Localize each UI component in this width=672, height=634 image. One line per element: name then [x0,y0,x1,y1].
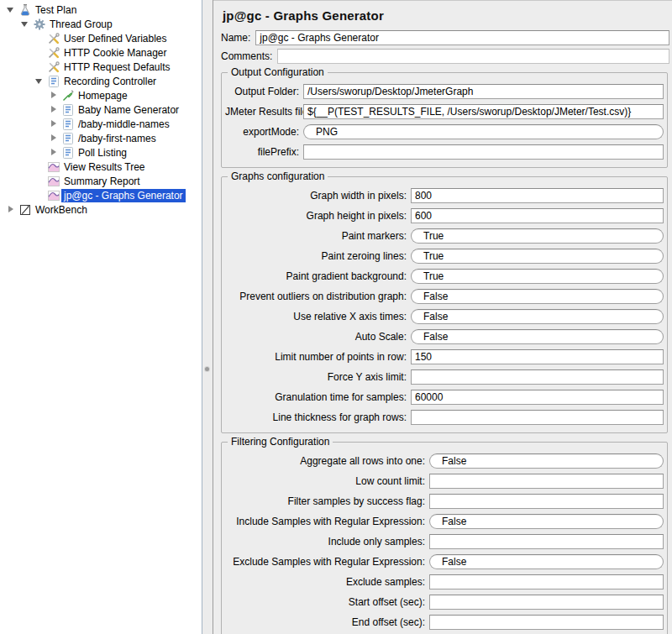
tree-item-jp-gc-graphs-generator[interactable]: jp@gc - Graphs Generator [0,188,202,202]
graph-height-in-pixels-field[interactable] [411,208,664,223]
output-folder-field[interactable] [303,84,664,99]
page-title: jp@gc - Graphs Generator [223,8,669,23]
chevron-right-icon[interactable] [46,88,61,102]
group-output-configuration: Output ConfigurationOutput Folder:JMeter… [221,72,668,168]
tree-item-poll-listing[interactable]: Poll Listing [0,145,202,160]
controller-icon [47,75,60,88]
paint-gradient-background-combo[interactable]: True [411,269,664,284]
form-row-include-samples-with-regular-expression: Include Samples with Regular Expression:… [225,512,664,531]
element-config-panel: jp@gc - Graphs Generator Name: Comments:… [213,0,672,634]
split-pane-divider[interactable] [202,0,213,634]
chevron-right-icon[interactable] [46,102,61,117]
group-filtering-configuration: Filtering ConfigurationAggregate all row… [221,442,668,634]
exportmode-combo[interactable]: PNG [303,124,664,139]
limit-number-of-points-in-row-field[interactable] [411,349,664,364]
paint-zeroing-lines-combo[interactable]: True [411,249,664,264]
comments-field[interactable] [277,49,669,64]
graph-width-in-pixels-field[interactable] [411,188,664,203]
expander-spacer [32,31,47,45]
form-row-paint-gradient-background: Paint gradient background:True [225,267,664,286]
form-row-end-offset-sec: End offset (sec): [225,613,664,631]
chevron-down-icon[interactable] [32,74,47,88]
form-row-line-thickness-for-graph-rows: Line thickness for graph rows: [225,408,664,427]
chevron-right-icon[interactable] [3,202,18,217]
tree-item-homepage[interactable]: Homepage [0,88,202,102]
tree-item-user-defined-variables[interactable]: User Defined Variables [0,31,202,45]
group-title: Graphs configuration [228,170,328,182]
start-offset-sec-field[interactable] [429,595,664,610]
expander-spacer [32,188,47,202]
jmeter-results-file-field[interactable] [303,104,664,119]
chevron-down-icon[interactable] [18,17,33,31]
end-offset-sec-field[interactable] [429,615,664,630]
form-row-output-folder: Output Folder: [225,82,664,101]
field-label: Include only samples: [225,536,429,548]
field-label: Exclude Samples with Regular Expression: [225,556,429,568]
tree-item-baby-first-names[interactable]: /baby-first-names [0,131,202,145]
tree-item-summary-report[interactable]: Summary Report [0,174,202,188]
name-field[interactable] [255,30,669,45]
chevron-right-icon[interactable] [46,117,61,131]
chart-icon [47,160,60,174]
tree-item-workbench[interactable]: WorkBench [0,202,202,217]
chevron-down-icon[interactable] [3,3,18,17]
form-row-exportmode: exportMode:PNG [225,123,664,141]
test-plan-tree: Test PlanThread GroupUser Defined Variab… [0,0,202,634]
tree-item-view-results-tree[interactable]: View Results Tree [0,160,202,174]
use-relative-x-axis-times-combo[interactable]: False [411,309,664,324]
tree-item-test-plan[interactable]: Test Plan [0,3,202,17]
field-label: Prevent outliers on distribution graph: [225,291,411,302]
exclude-samples-with-regular-expression-combo[interactable]: False [429,554,664,569]
tree-item-label: Poll Listing [76,146,129,160]
tree-item-label: Recording Controller [61,75,159,88]
controller-icon [61,132,75,145]
include-samples-with-regular-expression-combo[interactable]: False [429,514,664,529]
tree-item-http-request-defaults[interactable]: HTTP Request Defaults [0,60,202,74]
form-row-filter-samples-by-success-flag: Filter samples by success flag: [225,492,664,511]
config-groups: Output ConfigurationOutput Folder:JMeter… [219,72,669,634]
field-label: Paint markers: [225,230,411,242]
tree-item-label: HTTP Cookie Manager [61,46,170,60]
field-label: Output Folder: [225,86,303,97]
line-thickness-for-graph-rows-field[interactable] [411,410,664,425]
tree-item-label: HTTP Request Defaults [61,60,173,74]
form-row-start-offset-sec: Start offset (sec): [225,593,664,611]
tree-item-baby-middle-names[interactable]: /baby-middle-names [0,117,202,131]
granulation-time-for-samples-field[interactable] [411,390,664,405]
chevron-right-icon[interactable] [46,145,61,160]
low-count-limit-field[interactable] [429,474,664,489]
chevron-right-icon[interactable] [46,131,61,145]
tree-item-recording-controller[interactable]: Recording Controller [0,74,202,88]
chart-icon [47,175,60,188]
field-label: JMeter Results file: [225,106,303,118]
field-label: Low count limit: [225,475,429,487]
group-graphs-configuration: Graphs configurationGraph width in pixel… [221,176,668,433]
form-row-exclude-samples-with-regular-expression: Exclude Samples with Regular Expression:… [225,553,664,571]
tree-item-http-cookie-manager[interactable]: HTTP Cookie Manager [0,45,202,60]
auto-scale-combo[interactable]: False [411,329,664,344]
include-only-samples-field[interactable] [429,534,664,549]
tree-item-label: User Defined Variables [61,32,170,45]
field-label: Graph height in pixels: [225,210,411,222]
field-label: Aggregate all rows into one: [225,455,429,467]
controller-icon [61,118,75,131]
prevent-outliers-on-distribution-graph-combo[interactable]: False [411,289,664,304]
field-label: Exclude samples: [225,576,429,588]
field-label: Include Samples with Regular Expression: [225,516,429,527]
form-row-paint-zeroing-lines: Paint zeroing lines:True [225,247,664,265]
field-label: Graph width in pixels: [225,190,411,202]
tree-item-label: jp@gc - Graphs Generator [61,189,186,202]
tree-item-baby-name-generator[interactable]: Baby Name Generator [0,102,202,117]
field-label: Filter samples by success flag: [225,495,429,507]
paint-markers-combo[interactable]: True [411,228,664,244]
tree-item-thread-group[interactable]: Thread Group [0,17,202,31]
chart-icon [47,189,60,202]
field-label: Use relative X axis times: [225,311,411,322]
crossed-tools-icon [47,60,60,74]
force-y-axis-limit-field[interactable] [411,369,664,385]
filter-samples-by-success-flag-field[interactable] [429,494,664,509]
exclude-samples-field[interactable] [429,574,664,589]
aggregate-all-rows-into-one-combo[interactable]: False [429,453,664,469]
name-label: Name: [221,32,250,44]
fileprefix-field[interactable] [303,144,664,160]
